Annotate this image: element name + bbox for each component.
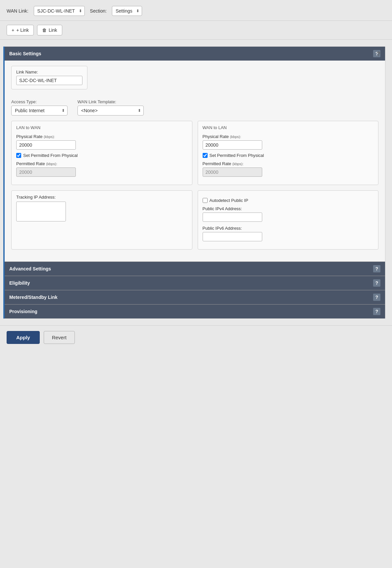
- wan-to-lan-title: WAN to LAN: [203, 125, 374, 130]
- advanced-settings-help-icon[interactable]: ?: [373, 265, 380, 272]
- wan-template-select[interactable]: <None>: [77, 106, 144, 116]
- wan-set-permitted-label: Set Permitted From Physical: [210, 153, 264, 158]
- apply-bar: Apply Revert: [0, 325, 392, 349]
- advanced-settings-header[interactable]: Advanced Settings ?: [5, 261, 385, 276]
- revert-button[interactable]: Revert: [44, 331, 75, 344]
- public-ipv4-input[interactable]: [203, 213, 262, 222]
- main-content: ? Basic Settings ? Link Name: Access Typ…: [0, 40, 392, 325]
- top-bar: WAN Link: SJC-DC-WL-INET ⬍ Section: Sett…: [0, 0, 392, 21]
- provisioning-header[interactable]: Provisioning ?: [5, 304, 385, 318]
- wan-set-permitted-checkbox[interactable]: [203, 153, 208, 158]
- wan-physical-rate-input[interactable]: [203, 140, 262, 150]
- lan-set-permitted-row: Set Permitted From Physical: [16, 153, 187, 158]
- public-ipv4-label: Public IPv4 Address:: [203, 206, 374, 211]
- public-ip-box: Autodetect Public IP Public IPv4 Address…: [198, 190, 379, 250]
- basic-settings-title: Basic Settings: [9, 51, 41, 56]
- wan-physical-rate-row: Physical Rate (kbps):: [203, 134, 374, 150]
- section-select-wrapper: Settings ⬍: [112, 6, 142, 16]
- access-type-select-wrapper: Public Internet Private WAN Local ⬍: [11, 106, 68, 116]
- wan-to-lan-box: WAN to LAN Physical Rate (kbps): Set Per…: [198, 121, 379, 185]
- lan-set-permitted-checkbox[interactable]: [16, 153, 21, 158]
- lan-permitted-rate-input[interactable]: [16, 167, 76, 177]
- link-name-label: Link Name:: [16, 70, 82, 74]
- advanced-settings-title: Advanced Settings: [9, 266, 51, 271]
- metered-standby-title: Metered/Standby Link: [9, 295, 57, 300]
- link-name-input[interactable]: [16, 76, 82, 85]
- lan-set-permitted-label: Set Permitted From Physical: [23, 153, 78, 158]
- access-type-group: Access Type: Public Internet Private WAN…: [11, 99, 68, 116]
- autodetect-label: Autodetect Public IP: [210, 198, 248, 203]
- wan-template-group: WAN Link Template: <None> ⬍: [77, 99, 144, 116]
- autodetect-checkbox[interactable]: [203, 198, 208, 203]
- provisioning-title: Provisioning: [9, 309, 37, 314]
- lan-permitted-rate-row: Permitted Rate (kbps):: [16, 161, 187, 177]
- trash-icon: 🗑: [42, 27, 47, 33]
- basic-settings-header[interactable]: Basic Settings ?: [5, 47, 385, 61]
- access-type-select[interactable]: Public Internet Private WAN Local: [11, 106, 68, 116]
- add-icon: +: [12, 27, 14, 33]
- lan-to-wan-box: LAN to WAN Physical Rate (kbps): Set Per…: [11, 121, 192, 185]
- tracking-ip-input[interactable]: [16, 202, 66, 221]
- access-wan-row: Access Type: Public Internet Private WAN…: [11, 99, 378, 116]
- section-select[interactable]: Settings: [112, 6, 142, 16]
- public-ipv4-row: Public IPv4 Address:: [203, 206, 374, 222]
- wan-permitted-rate-input[interactable]: [203, 167, 262, 177]
- lan-physical-rate-label: Physical Rate (kbps):: [16, 134, 187, 139]
- wan-template-select-wrapper: <None> ⬍: [77, 106, 144, 116]
- eligibility-title: Eligibility: [9, 280, 30, 286]
- basic-settings-body: Link Name: Access Type: Public Internet …: [5, 61, 385, 261]
- eligibility-header[interactable]: Eligibility ?: [5, 276, 385, 290]
- lan-physical-rate-input[interactable]: [16, 140, 76, 150]
- add-link-label: + Link: [16, 27, 29, 33]
- global-help-icon[interactable]: ?: [377, 51, 380, 58]
- wan-link-select[interactable]: SJC-DC-WL-INET: [34, 6, 85, 16]
- apply-button[interactable]: Apply: [7, 331, 40, 344]
- lan-permitted-rate-label: Permitted Rate (kbps):: [16, 161, 187, 166]
- wan-link-label: WAN Link:: [7, 8, 28, 14]
- lan-physical-rate-row: Physical Rate (kbps):: [16, 134, 187, 150]
- public-ipv6-row: Public IPv6 Address:: [203, 226, 374, 241]
- wan-set-permitted-row: Set Permitted From Physical: [203, 153, 374, 158]
- provisioning-help-icon[interactable]: ?: [373, 308, 380, 315]
- metered-standby-header[interactable]: Metered/Standby Link ?: [5, 290, 385, 304]
- rate-columns: LAN to WAN Physical Rate (kbps): Set Per…: [11, 121, 378, 185]
- metered-standby-help-icon[interactable]: ?: [373, 294, 380, 301]
- tracking-ip-box: Tracking IP Address:: [11, 190, 192, 250]
- autodetect-row: Autodetect Public IP: [203, 198, 374, 203]
- tracking-ip-label: Tracking IP Address:: [16, 195, 187, 200]
- wan-permitted-rate-label: Permitted Rate (kbps):: [203, 161, 374, 166]
- wan-link-select-wrapper: SJC-DC-WL-INET ⬍: [34, 6, 85, 16]
- content-panel: ? Basic Settings ? Link Name: Access Typ…: [3, 46, 385, 319]
- add-link-button[interactable]: + + Link: [7, 25, 34, 35]
- public-ipv6-label: Public IPv6 Address:: [203, 226, 374, 231]
- wan-physical-rate-label: Physical Rate (kbps):: [203, 134, 374, 139]
- delete-link-button[interactable]: 🗑 Link: [37, 25, 62, 35]
- wan-permitted-rate-row: Permitted Rate (kbps):: [203, 161, 374, 177]
- delete-link-label: Link: [49, 27, 57, 33]
- access-type-label: Access Type:: [11, 99, 68, 104]
- eligibility-help-icon[interactable]: ?: [373, 279, 380, 287]
- lan-to-wan-title: LAN to WAN: [16, 125, 187, 130]
- bottom-boxes: Tracking IP Address: Autodetect Public I…: [11, 190, 378, 250]
- public-ipv6-input[interactable]: [203, 232, 262, 241]
- wan-template-label: WAN Link Template:: [77, 99, 144, 104]
- link-name-group: Link Name:: [11, 66, 378, 95]
- toolbar: + + Link 🗑 Link: [0, 21, 392, 40]
- section-label: Section:: [90, 8, 107, 14]
